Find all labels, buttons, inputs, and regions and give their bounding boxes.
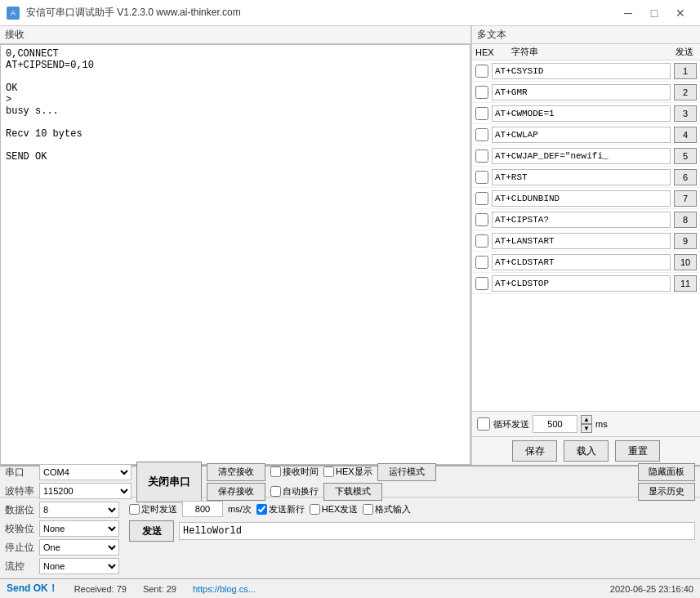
format-input-checkbox[interactable] xyxy=(363,504,373,515)
show-history-button[interactable]: 显示历史 xyxy=(638,483,695,501)
loop-unit-label: ms xyxy=(595,419,608,429)
timed-send-label[interactable]: 定时发送 xyxy=(129,503,177,515)
send-button[interactable]: 发送 xyxy=(129,520,174,542)
cmd-checkbox-10[interactable] xyxy=(475,256,488,269)
cmd-input-10[interactable] xyxy=(492,254,671,270)
databits-select[interactable]: 8 xyxy=(39,502,119,518)
cmd-checkbox-2[interactable] xyxy=(475,86,488,99)
cmd-checkbox-11[interactable] xyxy=(475,277,488,290)
receive-time-checkbox[interactable] xyxy=(270,466,281,477)
databits-row: 数据位 8 xyxy=(5,501,119,519)
cmd-send-button-6[interactable]: 6 xyxy=(674,169,697,185)
cmd-row: 3 xyxy=(472,103,700,124)
cmd-send-button-9[interactable]: 9 xyxy=(674,233,697,249)
auto-newline-checkbox[interactable] xyxy=(270,486,281,497)
cmd-send-button-1[interactable]: 1 xyxy=(674,63,697,79)
baudrate-label: 波特率 xyxy=(5,484,36,498)
save-button[interactable]: 保存 xyxy=(512,440,557,462)
cmd-send-button-10[interactable]: 10 xyxy=(674,254,697,270)
send-options-row: 定时发送 ms/次 发送新行 HEX发送 格式输入 xyxy=(129,501,695,517)
cmd-input-9[interactable] xyxy=(492,233,671,249)
main-container: 接收 多文本 HEX 字符串 发送 1234567891011 循环发送 ▲ ▼ xyxy=(0,26,700,598)
loop-send-checkbox[interactable] xyxy=(477,417,490,431)
flow-select[interactable]: None xyxy=(39,558,119,574)
timer-unit-label: ms/次 xyxy=(228,503,252,515)
received-status: Received: 79 xyxy=(74,584,127,594)
spin-down-button[interactable]: ▼ xyxy=(581,424,592,433)
cmd-checkbox-3[interactable] xyxy=(475,107,488,120)
receive-textarea[interactable] xyxy=(0,44,470,465)
send-newline-checkbox[interactable] xyxy=(256,504,267,515)
hex-display-checkbox[interactable] xyxy=(323,466,334,477)
cmd-input-8[interactable] xyxy=(492,212,671,228)
run-mode-button[interactable]: 运行模式 xyxy=(377,463,436,481)
app-icon: A xyxy=(7,7,20,20)
cmd-input-4[interactable] xyxy=(492,127,671,143)
sent-status: Sent: 29 xyxy=(143,584,176,594)
loop-send-input[interactable] xyxy=(533,415,577,433)
cmd-checkbox-5[interactable] xyxy=(475,150,488,163)
spin-up-button[interactable]: ▲ xyxy=(581,415,592,424)
format-input-label[interactable]: 格式输入 xyxy=(363,503,411,515)
download-mode-button[interactable]: 下载模式 xyxy=(323,483,382,501)
top-area: 接收 多文本 HEX 字符串 发送 1234567891011 循环发送 ▲ ▼ xyxy=(0,26,700,465)
flow-label: 流控 xyxy=(5,560,36,573)
cmd-input-3[interactable] xyxy=(492,105,671,122)
cmd-send-button-11[interactable]: 11 xyxy=(674,275,697,292)
cmd-input-11[interactable] xyxy=(492,275,671,292)
baudrate-select[interactable]: 115200 xyxy=(39,483,132,499)
hex-send-checkbox[interactable] xyxy=(310,504,320,515)
timer-input[interactable] xyxy=(182,501,223,517)
flow-row: 流控 None xyxy=(5,557,119,575)
cmd-send-button-5[interactable]: 5 xyxy=(674,148,697,164)
parity-select[interactable]: None xyxy=(39,520,119,537)
command-list: 1234567891011 xyxy=(472,60,700,411)
cmd-checkbox-9[interactable] xyxy=(475,234,488,248)
cmd-row: 1 xyxy=(472,60,700,82)
cmd-send-button-4[interactable]: 4 xyxy=(674,127,697,143)
cmd-input-6[interactable] xyxy=(492,169,671,185)
save-receive-button[interactable]: 保存接收 xyxy=(207,483,265,501)
column-headers: HEX 字符串 发送 xyxy=(472,44,700,60)
multi-text-label: 多文本 xyxy=(472,26,700,44)
cmd-send-button-7[interactable]: 7 xyxy=(674,190,697,207)
stopbits-select[interactable]: One xyxy=(39,539,119,556)
cmd-row: 6 xyxy=(472,167,700,188)
port-select[interactable]: COM4 xyxy=(39,464,132,480)
cmd-checkbox-1[interactable] xyxy=(475,65,488,78)
minimize-button[interactable]: ─ xyxy=(615,0,641,26)
cmd-input-2[interactable] xyxy=(492,84,671,100)
cmd-input-1[interactable] xyxy=(492,63,671,79)
mid-row-1: 清空接收 接收时间 HEX显示 运行模式 xyxy=(207,463,633,481)
cmd-send-button-2[interactable]: 2 xyxy=(674,84,697,100)
cmd-input-5[interactable] xyxy=(492,148,671,164)
send-ok-status: Send OK！ xyxy=(7,582,58,596)
cmd-send-button-8[interactable]: 8 xyxy=(674,212,697,228)
reset-button[interactable]: 重置 xyxy=(615,440,660,462)
load-button[interactable]: 载入 xyxy=(564,440,609,462)
stopbits-label: 停止位 xyxy=(5,541,36,555)
mid-row-2: 保存接收 自动换行 下载模式 xyxy=(207,483,633,501)
close-button[interactable]: ✕ xyxy=(667,0,693,26)
left-panel: 接收 xyxy=(0,26,471,465)
cmd-send-button-3[interactable]: 3 xyxy=(674,105,697,122)
link-status[interactable]: https://blog.cs... xyxy=(193,584,256,594)
receive-time-label[interactable]: 接收时间 xyxy=(270,466,319,478)
cmd-checkbox-8[interactable] xyxy=(475,213,488,226)
clear-receive-button[interactable]: 清空接收 xyxy=(207,463,265,481)
title-bar-left: A 安信可串口调试助手 V1.2.3.0 www.ai-thinker.com xyxy=(7,6,241,20)
cmd-checkbox-7[interactable] xyxy=(475,192,488,205)
send-text-input[interactable] xyxy=(179,522,695,540)
cmd-checkbox-6[interactable] xyxy=(475,171,488,184)
maximize-button[interactable]: □ xyxy=(641,0,667,26)
cmd-checkbox-4[interactable] xyxy=(475,128,488,141)
hex-display-label[interactable]: HEX显示 xyxy=(323,466,372,478)
hide-panel-button[interactable]: 隐藏面板 xyxy=(638,463,695,481)
cmd-input-7[interactable] xyxy=(492,190,671,207)
right-buttons: 隐藏面板 显示历史 xyxy=(638,463,695,501)
hex-send-label[interactable]: HEX发送 xyxy=(310,503,359,515)
send-newline-label[interactable]: 发送新行 xyxy=(256,503,305,515)
timed-send-checkbox[interactable] xyxy=(129,504,140,515)
auto-newline-label[interactable]: 自动换行 xyxy=(270,485,319,498)
open-port-button[interactable]: 关闭串口 xyxy=(136,462,202,502)
